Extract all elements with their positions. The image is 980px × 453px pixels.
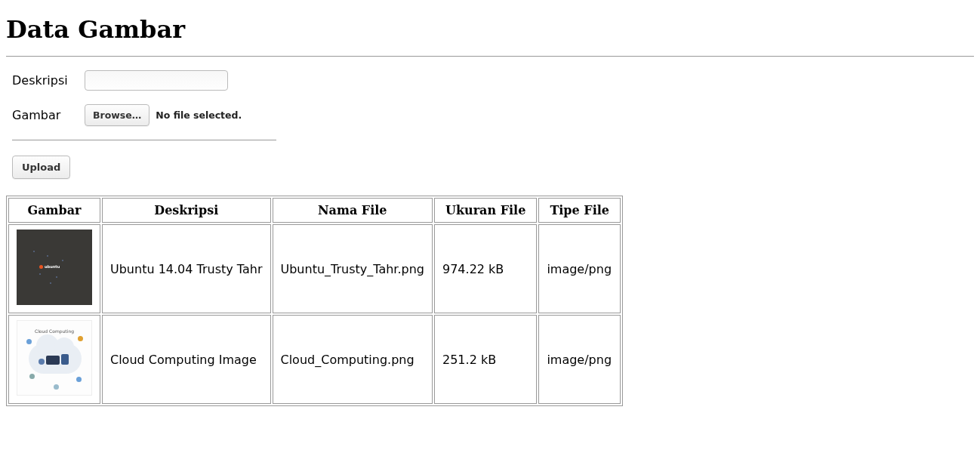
upload-form: Deskripsi Gambar Browse… No file selecte… [12, 70, 974, 196]
col-header-tipe-file: Tipe File [538, 198, 621, 223]
cell-ukuran-file: 251.2 kB [434, 315, 537, 404]
table-header-row: Gambar Deskripsi Nama File Ukuran File T… [8, 198, 621, 223]
cell-tipe-file: image/png [538, 315, 621, 404]
deskripsi-row: Deskripsi [12, 70, 974, 91]
cell-thumbnail: ubuntu [8, 224, 100, 313]
col-header-gambar: Gambar [8, 198, 100, 223]
upload-button[interactable]: Upload [12, 156, 70, 179]
col-header-ukuran-file: Ukuran File [434, 198, 537, 223]
table-row: ubuntu Ubuntu 14.04 Trusty Tahr Ubuntu_T… [8, 224, 621, 313]
cell-thumbnail: Cloud Computing [8, 315, 100, 404]
file-picker: Browse… No file selected. [85, 104, 242, 126]
gambar-table: Gambar Deskripsi Nama File Ukuran File T… [6, 196, 623, 406]
cloud-thumbnail-icon: Cloud Computing [17, 320, 92, 396]
col-header-deskripsi: Deskripsi [102, 198, 271, 223]
cell-tipe-file: image/png [538, 224, 621, 313]
browse-button[interactable]: Browse… [85, 104, 149, 126]
deskripsi-input[interactable] [85, 70, 228, 91]
no-file-selected-text: No file selected. [156, 109, 242, 121]
page-title: Data Gambar [6, 15, 974, 44]
table-row: Cloud Computing Cloud Computing Image Cl… [8, 315, 621, 404]
cell-ukuran-file: 974.22 kB [434, 224, 537, 313]
gambar-label: Gambar [12, 108, 85, 122]
cell-nama-file: Ubuntu_Trusty_Tahr.png [273, 224, 433, 313]
cell-nama-file: Cloud_Computing.png [273, 315, 433, 404]
cell-deskripsi: Ubuntu 14.04 Trusty Tahr [102, 224, 271, 313]
title-divider [6, 56, 974, 57]
ubuntu-thumbnail-icon: ubuntu [17, 230, 92, 305]
deskripsi-label: Deskripsi [12, 73, 85, 88]
form-divider [12, 140, 276, 140]
cell-deskripsi: Cloud Computing Image [102, 315, 271, 404]
col-header-nama-file: Nama File [273, 198, 433, 223]
gambar-row: Gambar Browse… No file selected. [12, 104, 974, 126]
